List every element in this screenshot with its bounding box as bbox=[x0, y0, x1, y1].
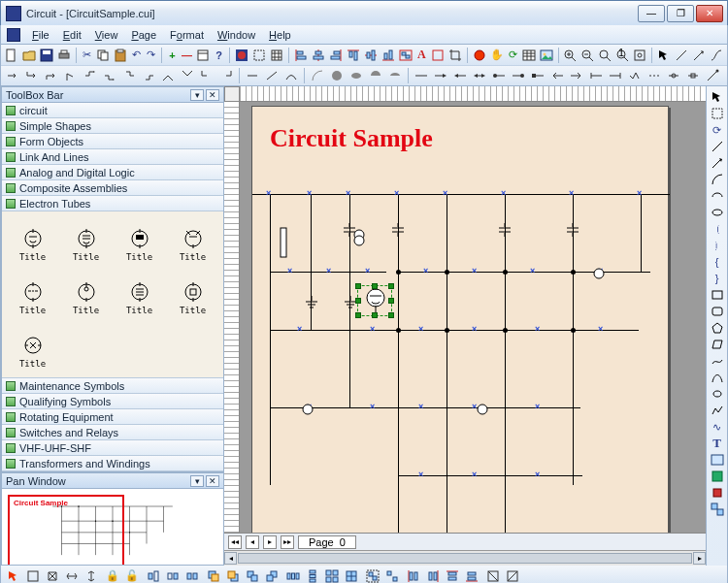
minus-icon[interactable]: — bbox=[181, 47, 193, 64]
align-top-edge-icon[interactable] bbox=[346, 47, 361, 64]
panel-menu-icon[interactable]: ▾ bbox=[190, 89, 204, 101]
cat-vhf-uhf-shf[interactable]: VHF-UHF-SHF bbox=[2, 440, 223, 456]
save-icon[interactable] bbox=[39, 47, 54, 64]
grid-icon[interactable] bbox=[269, 47, 284, 64]
cat-analog-digital-logic[interactable]: Analog and Digital Logic bbox=[2, 165, 223, 180]
cat-rotating-equipment[interactable]: Rotating Equipment bbox=[2, 409, 223, 425]
minimize-button[interactable]: — bbox=[638, 5, 665, 22]
select-box-icon[interactable] bbox=[251, 47, 267, 64]
bt-dist-4-icon[interactable] bbox=[463, 567, 480, 584]
cat-form-objects[interactable]: Form Objects bbox=[2, 134, 223, 149]
connector-2-icon[interactable] bbox=[23, 67, 41, 84]
scroll-left-icon[interactable]: ◂ bbox=[224, 552, 237, 565]
brace-right-icon[interactable]: } bbox=[709, 271, 726, 286]
pan-menu-icon[interactable]: ▾ bbox=[190, 475, 204, 487]
print-icon[interactable] bbox=[56, 47, 72, 64]
freehand-icon[interactable] bbox=[709, 353, 726, 369]
line-end-7-icon[interactable] bbox=[529, 67, 546, 84]
connector-3-icon[interactable] bbox=[43, 67, 60, 84]
line-end-2-icon[interactable] bbox=[432, 67, 449, 84]
cat-composite-assemblies[interactable]: Composite Assemblies bbox=[2, 180, 223, 196]
line-end-8-icon[interactable] bbox=[548, 67, 566, 84]
round-rect-icon[interactable] bbox=[709, 304, 726, 319]
cat-circuit[interactable]: circuit bbox=[2, 103, 223, 118]
bt-size-2-icon[interactable] bbox=[164, 567, 182, 584]
tab-first-icon[interactable]: ◂◂ bbox=[228, 535, 242, 549]
line-end-5-icon[interactable] bbox=[490, 67, 508, 84]
help-icon[interactable]: ? bbox=[213, 47, 225, 64]
tab-last-icon[interactable]: ▸▸ bbox=[281, 535, 294, 549]
align-group-box-icon[interactable] bbox=[398, 47, 414, 64]
copy-icon[interactable] bbox=[95, 47, 111, 64]
polyline-tool-icon[interactable] bbox=[709, 403, 726, 418]
close-button[interactable]: ✕ bbox=[696, 5, 723, 22]
line-end-15-icon[interactable] bbox=[684, 67, 702, 84]
bracket-left-icon[interactable]: ⟮ bbox=[709, 221, 726, 237]
wave-tool-icon[interactable]: ∿ bbox=[709, 419, 726, 435]
capacitor-comp[interactable] bbox=[565, 223, 580, 239]
align-left-edge-icon[interactable] bbox=[293, 47, 309, 64]
crop-icon[interactable] bbox=[447, 47, 463, 64]
inline-circle-comp[interactable] bbox=[592, 267, 606, 282]
rect-tool-icon[interactable] bbox=[709, 287, 726, 303]
line-style-1-icon[interactable] bbox=[244, 67, 261, 84]
ground-comp[interactable] bbox=[306, 296, 317, 311]
cat-simple-shapes[interactable]: Simple Shapes bbox=[2, 118, 223, 134]
tube-thumb-9[interactable]: Title bbox=[6, 324, 59, 377]
menu-format[interactable]: Format bbox=[164, 27, 210, 43]
bt-space-1-icon[interactable] bbox=[284, 567, 302, 584]
line-end-10-icon[interactable] bbox=[587, 67, 605, 84]
tab-next-icon[interactable]: ▸ bbox=[263, 535, 277, 549]
line-style-2-icon[interactable] bbox=[263, 67, 281, 84]
connector-9-icon[interactable] bbox=[159, 67, 177, 84]
bt-space-3-icon[interactable] bbox=[323, 567, 341, 584]
ellipse-tool-icon[interactable] bbox=[709, 205, 726, 220]
bt-space-2-icon[interactable] bbox=[304, 567, 321, 584]
bt-1-icon[interactable] bbox=[5, 567, 22, 584]
text-a-icon[interactable]: A bbox=[415, 47, 428, 64]
align-center-v-icon[interactable] bbox=[311, 47, 326, 64]
cat-link-and-lines[interactable]: Link And Lines bbox=[2, 149, 223, 165]
menu-view[interactable]: View bbox=[89, 27, 124, 43]
menu-window[interactable]: Window bbox=[212, 27, 261, 43]
bt-group-icon[interactable] bbox=[364, 567, 381, 584]
connector-4-icon[interactable] bbox=[62, 67, 80, 84]
pointer-tool-icon[interactable] bbox=[709, 89, 726, 105]
arc-3-icon[interactable] bbox=[347, 67, 365, 84]
bt-2-icon[interactable] bbox=[24, 567, 42, 584]
scroll-horizontal[interactable]: ◂ ▸ bbox=[224, 550, 706, 566]
cat-transformers-windings[interactable]: Transformers and Windings bbox=[2, 456, 223, 471]
tube-thumb-2[interactable]: Title bbox=[59, 217, 113, 271]
capacitor-comp[interactable] bbox=[390, 223, 406, 239]
cat-switches-relays[interactable]: Switches and Relays bbox=[2, 425, 223, 440]
new-icon[interactable] bbox=[4, 47, 19, 64]
scroll-thumb[interactable] bbox=[238, 553, 692, 564]
page-tab[interactable]: Page 0 bbox=[298, 535, 356, 549]
maximize-button[interactable]: ❐ bbox=[667, 5, 694, 22]
capacitor-comp[interactable] bbox=[497, 223, 513, 239]
pan-window[interactable]: Circuit Sample bbox=[1, 489, 224, 566]
line-end-11-icon[interactable] bbox=[607, 67, 624, 84]
bt-ungroup-icon[interactable] bbox=[383, 567, 401, 584]
connector-1-icon[interactable] bbox=[4, 67, 21, 84]
cat-electron-tubes[interactable]: Electron Tubes bbox=[2, 196, 223, 211]
bt-size-3-icon[interactable] bbox=[183, 567, 201, 584]
bezier-tool-icon[interactable] bbox=[709, 370, 726, 385]
bt-dist-1-icon[interactable] bbox=[405, 567, 422, 584]
cat-qualifying-symbols[interactable]: Qualifying Symbols bbox=[2, 394, 223, 409]
bt-dist-2-icon[interactable] bbox=[424, 567, 442, 584]
tube-thumb-5[interactable]: Title bbox=[6, 271, 59, 324]
table-insert-icon[interactable] bbox=[521, 47, 537, 64]
connector-7-icon[interactable] bbox=[120, 67, 138, 84]
menu-page[interactable]: Page bbox=[125, 27, 162, 43]
image-insert-icon[interactable] bbox=[539, 47, 554, 64]
line-end-12-icon[interactable] bbox=[626, 67, 644, 84]
zoom-out-icon[interactable] bbox=[579, 47, 595, 64]
splash-icon[interactable] bbox=[234, 47, 249, 64]
parallelogram-icon[interactable] bbox=[709, 337, 726, 352]
align-right-edge-icon[interactable] bbox=[328, 47, 344, 64]
rotate-tool-icon[interactable]: ⟳ bbox=[709, 122, 726, 138]
menu-edit[interactable]: Edit bbox=[57, 27, 87, 43]
arrow-tool-icon[interactable] bbox=[656, 47, 672, 64]
line-tool-icon[interactable] bbox=[709, 139, 726, 154]
